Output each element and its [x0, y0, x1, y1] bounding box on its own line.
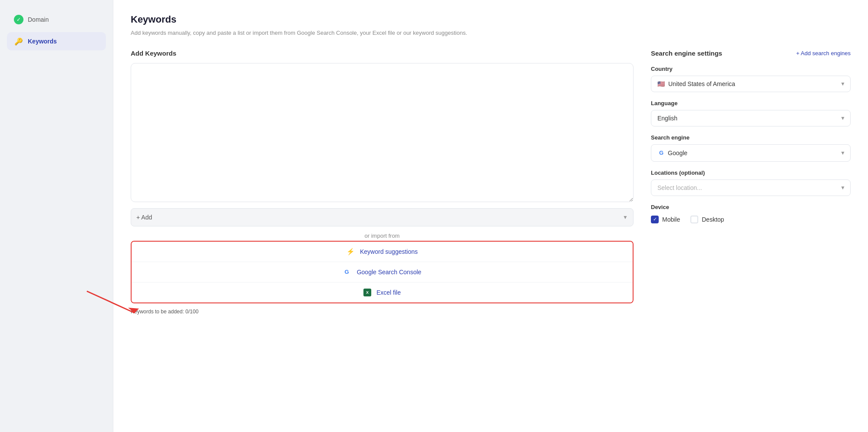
language-chevron-icon: ▼: [840, 115, 845, 121]
language-group: Language English ▼: [651, 100, 851, 126]
google-search-console-option[interactable]: G Google Search Console: [132, 262, 633, 282]
locations-group: Locations (optional) Select location... …: [651, 169, 851, 196]
sidebar: ✓ Domain 🔑 Keywords: [0, 0, 113, 432]
language-label: Language: [651, 100, 851, 106]
locations-placeholder: Select location...: [657, 184, 702, 191]
search-engine-dropdown[interactable]: G Google ▼: [651, 144, 851, 162]
excel-file-option[interactable]: X Excel file: [132, 282, 633, 302]
excel-file-label: Excel file: [376, 289, 401, 296]
page-title: Keywords: [131, 14, 851, 25]
check-circle-icon: ✓: [14, 15, 23, 24]
add-engines-button[interactable]: + Add search engines: [796, 50, 851, 56]
mobile-checkbox[interactable]: [651, 216, 659, 223]
country-chevron-icon: ▼: [840, 81, 845, 87]
add-button-row: + Add ▼: [131, 208, 634, 226]
page-subtitle: Add keywords manually, copy and paste a …: [131, 29, 851, 37]
keywords-count: Keywords to be added: 0/100: [131, 309, 634, 315]
keyword-suggestions-label: Keyword suggestions: [360, 248, 418, 255]
country-label: Country: [651, 66, 851, 72]
add-button-chevron: ▼: [623, 214, 628, 220]
search-engine-group: Search engine G Google ▼: [651, 134, 851, 162]
add-keywords-section: Add Keywords + Add ▼ or import from ⚡ Ke…: [131, 50, 634, 315]
device-group: Device Mobile Desktop: [651, 204, 851, 223]
search-engine-label: Search engine: [651, 134, 851, 141]
search-engine-dropdown-wrapper: G Google ▼: [651, 144, 851, 162]
settings-title: Search engine settings: [651, 50, 722, 57]
country-dropdown-wrapper: 🇺🇸 United States of America ▼: [651, 76, 851, 92]
add-button-label: + Add: [136, 214, 152, 221]
sidebar-item-domain-label: Domain: [28, 16, 49, 23]
search-engine-value: Google: [668, 150, 687, 156]
desktop-option[interactable]: Desktop: [690, 216, 724, 223]
keyword-suggestions-option[interactable]: ⚡ Keyword suggestions: [132, 242, 633, 262]
excel-icon: X: [363, 289, 371, 296]
desktop-label: Desktop: [702, 216, 724, 223]
google-search-console-label: Google Search Console: [357, 269, 422, 276]
device-label: Device: [651, 204, 851, 210]
import-label: or import from: [131, 233, 634, 239]
add-button[interactable]: + Add ▼: [131, 208, 634, 226]
sidebar-item-domain[interactable]: ✓ Domain: [7, 10, 106, 29]
locations-dropdown-wrapper: Select location... ▼: [651, 179, 851, 196]
suggestions-icon: ⚡: [347, 248, 355, 256]
country-flag: 🇺🇸: [657, 80, 665, 87]
add-keywords-title: Add Keywords: [131, 50, 634, 57]
locations-label: Locations (optional): [651, 169, 851, 176]
settings-header: Search engine settings + Add search engi…: [651, 50, 851, 57]
search-engine-settings: Search engine settings + Add search engi…: [651, 50, 851, 315]
desktop-checkbox[interactable]: [690, 216, 698, 223]
search-engine-chevron-icon: ▼: [840, 150, 845, 156]
locations-chevron-icon: ▼: [840, 185, 845, 191]
locations-dropdown[interactable]: Select location... ▼: [651, 179, 851, 196]
key-icon: 🔑: [14, 37, 23, 46]
mobile-label: Mobile: [662, 216, 680, 223]
country-value: United States of America: [668, 80, 735, 87]
sidebar-item-keywords-label: Keywords: [28, 38, 57, 45]
google-search-icon: G: [657, 149, 665, 157]
google-icon: G: [343, 268, 351, 276]
main-content: Keywords Add keywords manually, copy and…: [113, 0, 868, 432]
country-dropdown[interactable]: 🇺🇸 United States of America ▼: [651, 76, 851, 92]
import-options-box: ⚡ Keyword suggestions G Google Search Co…: [131, 241, 634, 303]
sidebar-item-keywords[interactable]: 🔑 Keywords: [7, 32, 106, 50]
language-dropdown[interactable]: English ▼: [651, 110, 851, 126]
language-value: English: [657, 115, 677, 122]
content-grid: Add Keywords + Add ▼ or import from ⚡ Ke…: [131, 50, 851, 315]
language-dropdown-wrapper: English ▼: [651, 110, 851, 126]
device-options: Mobile Desktop: [651, 216, 851, 223]
country-group: Country 🇺🇸 United States of America ▼: [651, 66, 851, 92]
mobile-option[interactable]: Mobile: [651, 216, 680, 223]
keywords-textarea[interactable]: [131, 63, 634, 202]
